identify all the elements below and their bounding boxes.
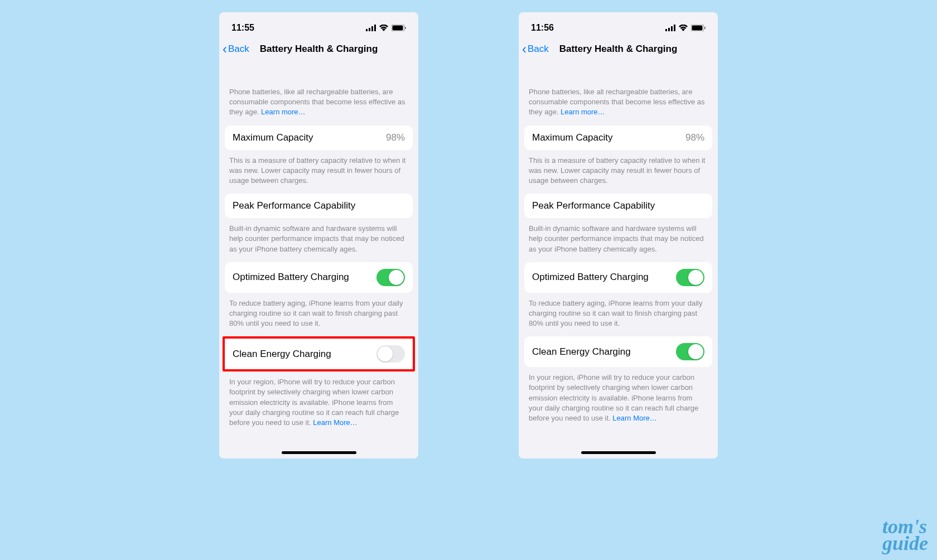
learn-more-link[interactable]: Learn more… <box>261 108 305 116</box>
wifi-icon <box>379 25 388 31</box>
battery-icon <box>392 25 406 31</box>
home-indicator[interactable] <box>282 451 356 454</box>
optimized-description: To reduce battery aging, iPhone learns f… <box>519 293 718 337</box>
learn-more-link[interactable]: Learn More… <box>612 414 656 422</box>
svg-rect-2 <box>371 26 373 31</box>
status-time: 11:56 <box>531 23 554 33</box>
status-icons <box>665 25 706 31</box>
svg-rect-1 <box>369 28 370 31</box>
peak-performance-label: Peak Performance Capability <box>233 200 355 211</box>
svg-rect-6 <box>405 27 406 29</box>
clean-energy-cell: Clean Energy Charging <box>225 339 413 369</box>
optimized-charging-cell: Optimized Battery Charging <box>225 262 413 293</box>
clean-energy-label: Clean Energy Charging <box>532 346 631 358</box>
optimized-description: To reduce battery aging, iPhone learns f… <box>219 293 418 337</box>
highlight-annotation: Clean Energy Charging <box>223 336 415 371</box>
peak-performance-cell[interactable]: Peak Performance Capability <box>524 194 712 218</box>
back-label: Back <box>228 44 249 55</box>
maximum-capacity-cell[interactable]: Maximum Capacity 98% <box>225 125 413 150</box>
status-bar: 11:55 <box>219 12 418 39</box>
phone-screen-left: 11:55 ‹ Back Battery Health & Charging <box>219 12 418 458</box>
peak-performance-label: Peak Performance Capability <box>532 200 655 211</box>
svg-rect-13 <box>704 27 706 29</box>
clean-energy-toggle[interactable] <box>676 343 704 360</box>
optimized-charging-label: Optimized Battery Charging <box>233 272 349 283</box>
maximum-capacity-label: Maximum Capacity <box>532 132 613 143</box>
cellular-signal-icon <box>665 25 675 31</box>
maximum-capacity-value: 98% <box>685 132 704 143</box>
capacity-description: This is a measure of battery capacity re… <box>519 150 718 194</box>
peak-description: Built-in dynamic software and hardware s… <box>219 218 418 262</box>
status-time: 11:55 <box>231 23 254 33</box>
clean-energy-description: In your region, iPhone will try to reduc… <box>219 371 418 436</box>
watermark-logo: tom's guide <box>882 518 928 552</box>
optimized-charging-label: Optimized Battery Charging <box>532 272 649 283</box>
learn-more-link[interactable]: Learn More… <box>313 418 357 427</box>
cellular-signal-icon <box>366 25 376 31</box>
capacity-description: This is a measure of battery capacity re… <box>219 150 418 194</box>
optimized-charging-cell: Optimized Battery Charging <box>524 262 712 293</box>
learn-more-link[interactable]: Learn more… <box>561 108 605 116</box>
clean-energy-cell: Clean Energy Charging <box>524 336 712 367</box>
svg-rect-5 <box>393 26 403 31</box>
svg-rect-0 <box>366 29 368 31</box>
clean-energy-label: Clean Energy Charging <box>233 349 331 360</box>
phone-screen-right: 11:56 ‹ Back Battery Health & Charging <box>519 12 718 458</box>
chevron-left-icon: ‹ <box>522 42 527 56</box>
intro-description: Phone batteries, like all rechargeable b… <box>219 61 418 125</box>
status-bar: 11:56 <box>519 12 718 39</box>
chevron-left-icon: ‹ <box>223 42 227 56</box>
settings-content: Phone batteries, like all rechargeable b… <box>219 61 418 436</box>
svg-rect-8 <box>668 28 670 31</box>
nav-bar: ‹ Back Battery Health & Charging <box>519 39 718 61</box>
optimized-charging-toggle[interactable] <box>376 269 405 286</box>
maximum-capacity-label: Maximum Capacity <box>233 132 313 143</box>
home-indicator[interactable] <box>581 451 656 454</box>
svg-rect-10 <box>674 25 675 31</box>
optimized-charging-toggle[interactable] <box>676 269 704 286</box>
back-button[interactable]: ‹ Back <box>522 42 549 56</box>
svg-rect-12 <box>692 26 703 31</box>
svg-rect-7 <box>665 29 667 31</box>
peak-description: Built-in dynamic software and hardware s… <box>519 218 718 262</box>
peak-performance-cell[interactable]: Peak Performance Capability <box>225 194 413 218</box>
clean-energy-toggle[interactable] <box>376 345 405 363</box>
intro-description: Phone batteries, like all rechargeable b… <box>519 61 718 125</box>
clean-energy-description: In your region, iPhone will try to reduc… <box>519 367 718 431</box>
page-title: Battery Health & Charging <box>225 44 413 55</box>
svg-rect-9 <box>671 26 673 31</box>
settings-content: Phone batteries, like all rechargeable b… <box>519 61 718 431</box>
battery-icon <box>691 25 706 31</box>
status-icons <box>366 25 406 31</box>
maximum-capacity-value: 98% <box>386 132 405 143</box>
maximum-capacity-cell[interactable]: Maximum Capacity 98% <box>524 125 712 150</box>
back-button[interactable]: ‹ Back <box>223 42 249 56</box>
page-title: Battery Health & Charging <box>524 44 712 55</box>
nav-bar: ‹ Back Battery Health & Charging <box>219 39 418 61</box>
svg-rect-3 <box>374 25 376 31</box>
back-label: Back <box>528 44 549 55</box>
wifi-icon <box>679 25 688 31</box>
